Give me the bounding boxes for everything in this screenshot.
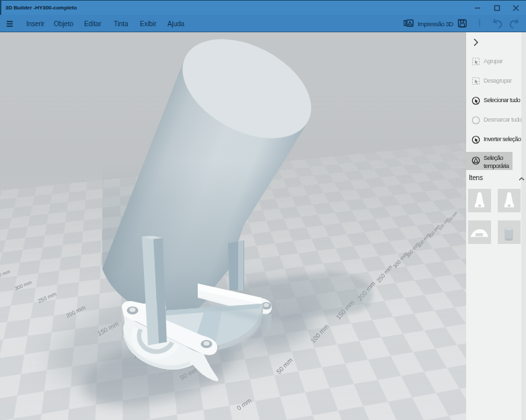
svg-text:200 mm: 200 mm: [65, 304, 86, 319]
svg-text:350 mm: 350 mm: [0, 269, 11, 280]
svg-text:300 mm: 300 mm: [13, 279, 32, 291]
svg-text:0 mm: 0 mm: [235, 396, 253, 412]
svg-text:550 mm: 550 mm: [447, 210, 458, 224]
svg-text:250 mm: 250 mm: [37, 291, 57, 304]
svg-text:50 mm: 50 mm: [275, 356, 294, 375]
svg-text:450 mm: 450 mm: [427, 224, 441, 239]
svg-text:250 mm: 250 mm: [375, 263, 393, 284]
